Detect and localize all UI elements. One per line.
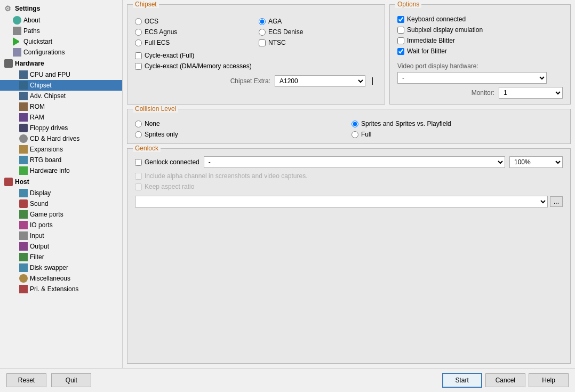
genlock-browse-button[interactable]: ... [550,196,563,207]
cancel-button[interactable]: Cancel [485,373,525,387]
keyboard-connected-checkbox[interactable] [397,16,404,23]
sidebar-item-filter[interactable]: Filter [0,252,122,262]
ecs-agnus-radio-item[interactable]: ECS Agnus [135,28,253,36]
immediate-blitter-item[interactable]: Immediate Blitter [397,37,563,44]
sidebar-item-gameports[interactable]: Game ports [0,209,122,220]
paths-icon [13,27,21,35]
aga-radio-item[interactable]: AGA [259,18,377,25]
collision-sprites-playfield-radio[interactable] [352,121,358,127]
full-ecs-radio[interactable] [135,39,142,46]
quit-button[interactable]: Quit [51,373,91,387]
sidebar-item-label: Pri. & Extensions [30,285,78,293]
sidebar-item-rom[interactable]: ROM [0,101,122,112]
subpixel-item[interactable]: Subpixel display emulation [397,26,563,34]
sidebar-item-output[interactable]: Output [0,241,122,252]
cycle-exact-full-item[interactable]: Cycle-exact (Full) [135,52,377,59]
chipset-extra-select[interactable]: A500 A600 A1200 A4000 [275,75,365,87]
collision-full-label: Full [361,131,371,138]
wait-for-blitter-item[interactable]: Wait for Blitter [397,47,563,55]
start-button[interactable]: Start [442,373,482,388]
sidebar-item-hwinfo[interactable]: Hardware info [0,165,122,176]
collision-sprites-only-radio[interactable] [135,131,142,138]
cycle-exact-dma-item[interactable]: Cycle-exact (DMA/Memory accesses) [135,62,377,70]
genlock-path-select[interactable] [135,196,548,207]
sidebar-item-configurations[interactable]: Configurations [0,47,122,58]
sidebar-item-rtg[interactable]: RTG board [0,155,122,165]
cycle-exact-full-label: Cycle-exact (Full) [145,52,194,59]
collision-none-item[interactable]: None [135,120,346,127]
bottom-bar-left: Reset Quit [6,373,439,387]
ecs-denise-radio[interactable] [259,29,266,36]
sidebar-group-host[interactable]: Host [0,176,122,188]
collision-full-item[interactable]: Full [352,131,563,138]
sidebar-item-io[interactable]: IO ports [0,220,122,230]
ntsc-checkbox[interactable] [259,39,266,46]
ecs-agnus-radio[interactable] [135,29,142,36]
sidebar: ⚙ Settings About Paths Quickstart Config… [0,0,123,368]
sidebar-item-diskswap[interactable]: Disk swapper [0,262,122,273]
sidebar-item-label: Game ports [30,211,63,218]
collision-sprites-only-label: Sprites only [145,131,178,138]
immediate-blitter-checkbox[interactable] [397,37,404,44]
sidebar-item-floppy[interactable]: Floppy drives [0,123,122,133]
sidebar-group-label: Hardware [15,60,44,67]
sidebar-item-misc[interactable]: Miscellaneous [0,273,122,284]
video-port-select[interactable]: - [397,72,547,84]
sidebar-group-hardware[interactable]: Hardware [0,58,122,69]
keyboard-connected-item[interactable]: Keyboard connected [397,15,563,23]
full-ecs-radio-item[interactable]: Full ECS [135,39,253,46]
keyboard-connected-label: Keyboard connected [407,15,466,23]
genlock-percent-select[interactable]: 100% [509,156,563,168]
sidebar-item-label: Expansions [30,146,63,153]
sidebar-item-paths[interactable]: Paths [0,26,122,36]
aga-radio[interactable] [259,18,266,25]
ecs-denise-label: ECS Denise [268,28,303,36]
ocs-radio[interactable] [135,18,142,25]
cycle-exact-full-checkbox[interactable] [135,52,142,59]
hwinfo-icon [19,166,28,175]
sidebar-item-quickstart[interactable]: Quickstart [0,36,122,47]
reset-button[interactable]: Reset [6,373,46,387]
display-icon [19,189,28,197]
ocs-radio-item[interactable]: OCS [135,18,253,25]
genlock-connected-item[interactable]: Genlock connected [135,158,199,166]
collision-sprites-playfield-label: Sprites and Sprites vs. Playfield [361,120,451,127]
help-button[interactable]: Help [529,373,569,387]
hardware-icon [4,59,13,68]
wait-for-blitter-checkbox[interactable] [397,48,404,55]
sidebar-item-display[interactable]: Display [0,188,122,198]
options-panel-title: Options [395,1,421,8]
collision-sprites-playfield-item[interactable]: Sprites and Sprites vs. Playfield [352,120,563,127]
sidebar-item-about[interactable]: About [0,15,122,26]
floppy-icon [19,124,28,132]
chipset-panel-title: Chipset [133,1,159,8]
gameports-icon [19,210,28,219]
sidebar-item-label: Output [30,243,49,250]
sidebar-item-chipset[interactable]: Chipset [0,80,122,91]
sidebar-item-sound[interactable]: Sound [0,198,122,209]
sidebar-item-adv-chipset[interactable]: Adv. Chipset [0,91,122,101]
collision-sprites-only-item[interactable]: Sprites only [135,131,346,138]
sidebar-item-pri[interactable]: Pri. & Extensions [0,284,122,294]
filter-icon [19,253,28,261]
sidebar-item-input[interactable]: Input [0,230,122,241]
io-icon [19,221,28,229]
pri-icon [19,285,28,293]
ecs-denise-radio-item[interactable]: ECS Denise [259,28,377,36]
diskswap-icon [19,263,28,272]
cycle-exact-dma-checkbox[interactable] [135,63,142,70]
collision-full-radio[interactable] [352,131,358,138]
subpixel-checkbox[interactable] [397,27,404,34]
sidebar-item-expansions[interactable]: Expansions [0,144,122,155]
sidebar-item-ram[interactable]: RAM [0,112,122,123]
sidebar-item-cd[interactable]: CD & Hard drives [0,133,122,144]
genlock-select[interactable]: - [204,156,505,168]
sidebar-item-label: RAM [30,114,44,121]
wait-for-blitter-label: Wait for Blitter [407,47,447,55]
monitor-select[interactable]: 1 [499,87,563,99]
collision-none-radio[interactable] [135,121,142,127]
ntsc-radio-item[interactable]: NTSC [259,39,377,46]
cd-icon [19,134,28,143]
sidebar-item-cpu[interactable]: CPU and FPU [0,69,122,80]
genlock-connected-checkbox[interactable] [135,159,142,166]
